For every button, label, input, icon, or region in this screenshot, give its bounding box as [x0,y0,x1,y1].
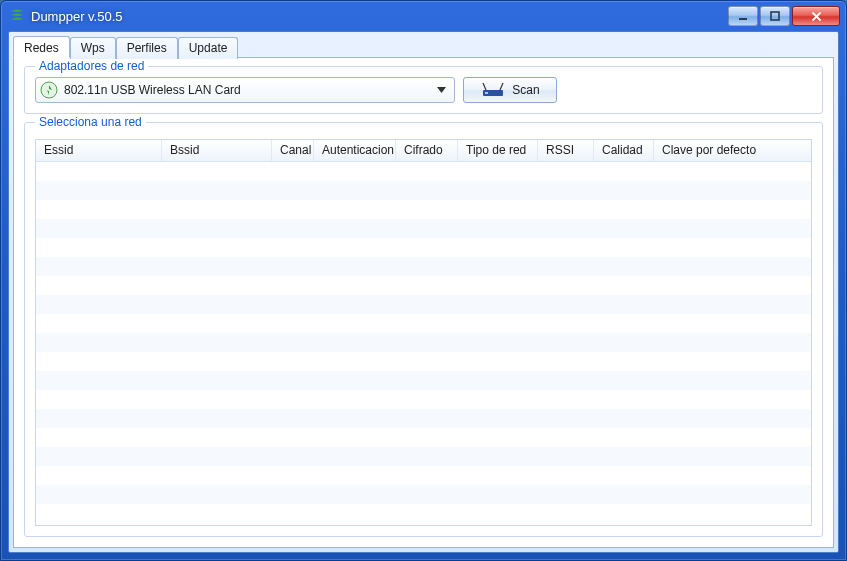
svg-rect-4 [485,92,488,94]
svg-line-6 [500,83,503,90]
list-row [36,485,811,504]
chevron-down-icon [432,78,450,102]
tab-perfiles[interactable]: Perfiles [116,37,178,59]
list-row [36,409,811,428]
column-rssi[interactable]: RSSI [538,140,594,161]
adapters-group-label: Adaptadores de red [35,59,148,73]
list-row [36,466,811,485]
list-row [36,238,811,257]
column-autenticacion[interactable]: Autenticacion [314,140,396,161]
list-row [36,333,811,352]
app-icon [9,8,25,24]
column-tipo[interactable]: Tipo de red [458,140,538,161]
tab-redes[interactable]: Redes [13,36,70,58]
list-row [36,390,811,409]
close-button[interactable] [792,6,840,26]
list-row [36,314,811,333]
list-row [36,276,811,295]
list-row [36,181,811,200]
maximize-button[interactable] [760,6,790,26]
client-area: Redes Wps Perfiles Update Adaptadores de… [8,31,839,553]
window-title: Dumpper v.50.5 [31,9,728,24]
tabstrip: Redes Wps Perfiles Update [13,36,834,58]
listview-body [36,162,811,525]
list-row [36,295,811,314]
list-row [36,162,811,181]
networks-group: Selecciona una red Essid Bssid Canal Aut… [24,122,823,537]
tab-update[interactable]: Update [178,37,239,59]
list-row [36,352,811,371]
svg-rect-1 [771,12,779,20]
minimize-button[interactable] [728,6,758,26]
column-calidad[interactable]: Calidad [594,140,654,161]
titlebar[interactable]: Dumpper v.50.5 [1,1,846,31]
networks-listview[interactable]: Essid Bssid Canal Autenticacion Cifrado … [35,139,812,526]
column-clave[interactable]: Clave por defecto [654,140,794,161]
adapter-selected-text: 802.11n USB Wireless LAN Card [64,83,426,97]
column-canal[interactable]: Canal [272,140,314,161]
list-row [36,200,811,219]
scan-button[interactable]: Scan [463,77,557,103]
adapters-group: Adaptadores de red 802.11n USB Wireless … [24,66,823,114]
listview-header: Essid Bssid Canal Autenticacion Cifrado … [36,140,811,162]
router-icon [480,82,506,98]
list-row [36,428,811,447]
adapter-dropdown[interactable]: 802.11n USB Wireless LAN Card [35,77,455,103]
tabpage-redes: Adaptadores de red 802.11n USB Wireless … [13,57,834,548]
svg-point-2 [41,82,57,98]
list-row [36,504,811,523]
column-essid[interactable]: Essid [36,140,162,161]
networks-group-label: Selecciona una red [35,115,146,129]
window-controls [728,6,840,26]
scan-button-label: Scan [512,83,539,97]
list-row [36,257,811,276]
svg-line-5 [483,83,486,90]
list-row [36,219,811,238]
column-cifrado[interactable]: Cifrado [396,140,458,161]
list-row [36,447,811,466]
adapter-icon [40,81,58,99]
svg-rect-0 [739,18,747,20]
app-window: Dumpper v.50.5 Redes Wps Perfiles Update… [0,0,847,561]
list-row [36,371,811,390]
tab-wps[interactable]: Wps [70,37,116,59]
column-bssid[interactable]: Bssid [162,140,272,161]
